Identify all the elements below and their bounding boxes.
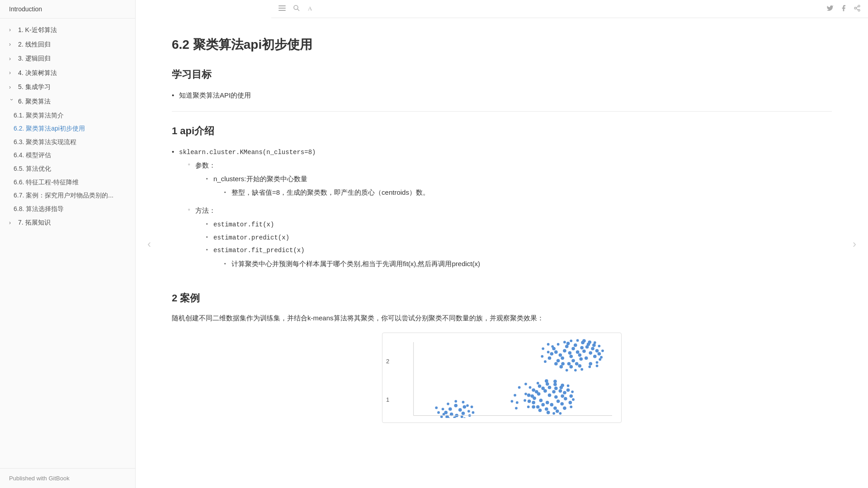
twitter-icon[interactable] [826,5,834,14]
sidebar-item-tree[interactable]: › 4. 决策树算法 [0,66,135,80]
svg-point-143 [467,410,470,413]
sidebar-item-c6-2[interactable]: 6.2. 聚类算法api初步使用 [0,122,135,136]
chevron-right-icon: › [9,41,14,48]
sidebar-item-clustering[interactable]: › 6. 聚类算法 [0,94,135,109]
svg-point-116 [529,386,532,389]
svg-point-29 [579,357,583,361]
learning-goals-list: 知道聚类算法API的使用 [172,89,832,102]
sidebar-item-linear[interactable]: › 2. 线性回归 [0,38,135,52]
svg-point-8 [858,9,860,11]
param-n-clusters: n_clusters:开始的聚类中心数量 整型，缺省值=8，生成的聚类数，即产生… [206,173,832,202]
svg-point-109 [569,401,572,404]
svg-point-42 [569,365,573,369]
svg-point-75 [548,394,552,397]
svg-point-77 [552,390,556,394]
list-item-api: sklearn.cluster.KMeans(n_clusters=8) 参数：… [172,145,832,279]
sidebar-subitem-label: 6.2. 聚类算法api初步使用 [14,124,85,133]
sidebar-item-c6-6[interactable]: 6.6. 特征工程-特征降维 [0,176,135,189]
font-icon[interactable]: A [307,5,315,14]
sidebar-footer: Published with GitBook [0,468,135,488]
svg-point-76 [539,399,543,402]
case-description: 随机创建不同二维数据集作为训练集，并结合k-means算法将其聚类，你可以尝试分… [172,312,832,324]
chevron-right-icon: › [9,219,14,227]
section-api-title: 1 api介绍 [172,124,832,138]
sidebar-item-extension[interactable]: › 7. 拓展知识 [0,216,135,230]
svg-point-71 [596,365,599,367]
svg-point-68 [601,350,604,352]
svg-point-43 [578,364,582,368]
svg-point-32 [575,362,579,366]
svg-point-35 [591,347,594,351]
svg-point-3 [294,5,298,9]
svg-point-22 [566,342,570,345]
svg-point-118 [524,399,526,402]
next-page-arrow[interactable]: › [845,230,863,258]
menu-icon[interactable] [278,5,286,14]
svg-point-111 [566,388,570,392]
sidebar: Introduction › 1. K-近邻算法 › 2. 线性回归 › 3. … [0,0,136,488]
svg-rect-2 [278,10,286,11]
svg-point-114 [545,379,548,383]
svg-point-95 [564,397,567,401]
svg-point-127 [514,394,516,397]
svg-point-38 [550,352,553,356]
search-icon[interactable] [293,5,300,14]
svg-point-15 [565,345,569,348]
svg-point-57 [599,358,601,361]
sidebar-item-c6-5[interactable]: 6.5. 算法优化 [0,162,135,176]
svg-point-108 [563,407,566,410]
svg-point-153 [472,411,475,414]
svg-point-48 [588,340,592,344]
sidebar-item-label: 6. 聚类算法 [18,97,126,106]
svg-point-24 [582,350,586,353]
svg-point-124 [571,390,574,393]
svg-point-65 [588,366,591,368]
sidebar-item-logic[interactable]: › 3. 逻辑回归 [0,52,135,66]
svg-point-47 [592,343,596,347]
sidebar-item-c6-8[interactable]: 6.8. 算法选择指导 [0,202,135,216]
svg-point-78 [546,401,549,404]
sidebar-item-c6-4[interactable]: 6.4. 模型评估 [0,149,135,162]
svg-point-104 [532,405,535,409]
svg-point-155 [463,417,466,418]
svg-point-46 [595,349,599,353]
svg-point-80 [541,403,545,407]
facebook-icon[interactable] [840,5,847,14]
sidebar-item-ensemble[interactable]: › 5. 集成学习 [0,80,135,94]
method-label: 方法： estimator.fit(x) estimator.predict(x… [188,204,832,275]
main-content: 6.2 聚类算法api初步使用 学习目标 知道聚类算法API的使用 1 api介… [136,18,868,488]
svg-point-91 [536,405,540,409]
svg-point-11 [563,349,566,353]
param-label: 参数： n_clusters:开始的聚类中心数量 整型，缺省值=8，生成的聚类数… [188,159,832,204]
sidebar-item-c6-3[interactable]: 6.3. 聚类算法实现流程 [0,136,135,149]
svg-point-69 [598,345,600,347]
svg-point-137 [463,405,467,409]
sidebar-item-c6-1[interactable]: 6.1. 聚类算法简介 [0,109,135,122]
svg-point-7 [854,7,856,9]
svg-point-33 [585,357,588,360]
sidebar-subitem-label: 6.6. 特征工程-特征降维 [14,178,79,187]
svg-point-94 [560,402,564,406]
share-icon[interactable] [854,5,861,14]
sidebar-subitem-label: 6.8. 算法选择指导 [14,205,64,214]
svg-point-67 [600,356,603,359]
sidebar-introduction[interactable]: Introduction [0,0,135,19]
svg-point-62 [566,369,568,371]
svg-point-93 [553,407,557,410]
chevron-right-icon: › [9,69,14,77]
svg-point-89 [530,394,534,398]
svg-point-100 [538,385,542,388]
svg-point-55 [547,351,550,353]
svg-point-19 [576,350,580,354]
svg-point-101 [532,388,535,392]
sidebar-item-knn[interactable]: › 1. K-近邻算法 [0,23,135,38]
svg-point-64 [580,368,583,371]
svg-point-120 [552,412,555,415]
svg-point-112 [561,384,564,387]
svg-point-145 [462,401,465,404]
svg-point-132 [448,407,452,411]
prev-page-arrow[interactable]: ‹ [140,230,158,258]
svg-point-147 [447,403,449,405]
svg-point-30 [567,362,571,366]
sidebar-item-c6-7[interactable]: 6.7. 案例：探究用户对物品类别的... [0,189,135,202]
